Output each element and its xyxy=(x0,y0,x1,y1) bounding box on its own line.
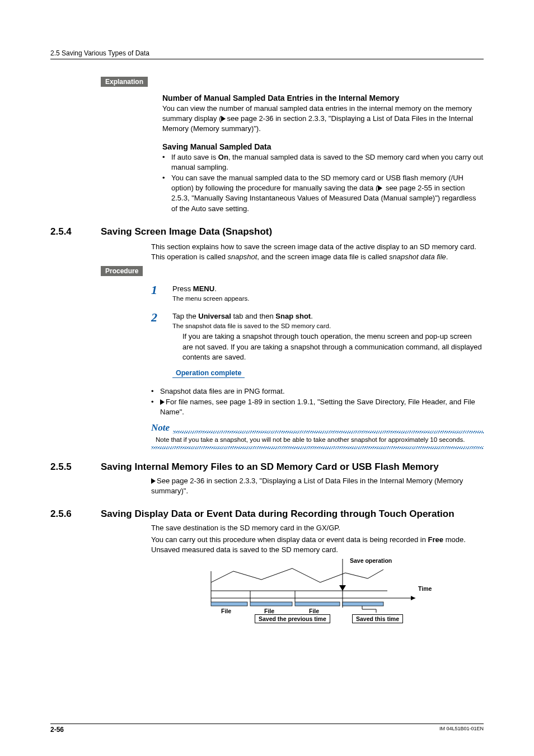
section-title: Saving Internal Memory Files to an SD Me… xyxy=(101,461,484,473)
s256-p1: The save destination is the SD memory ca… xyxy=(151,523,484,533)
note-label: Note xyxy=(151,422,170,433)
section-title: Saving Screen Image Data (Snapshot) xyxy=(101,226,484,237)
triangle-icon xyxy=(378,185,382,191)
diagram-saved-prev: Saved the previous time xyxy=(255,614,330,623)
procedure-label: Procedure xyxy=(101,266,143,276)
section-num: 2.5.6 xyxy=(50,508,90,520)
running-header: 2.5 Saving Various Types of Data xyxy=(50,49,484,59)
section-254: 2.5.4 Saving Screen Image Data (Snapshot… xyxy=(50,226,484,237)
explanation-label: Explanation xyxy=(101,77,148,87)
step-number: 2 xyxy=(151,311,165,362)
s254-bullet-2: • For file names, see page 1-89 in secti… xyxy=(151,397,484,417)
exp-head1: Number of Manual Sampled Data Entries in… xyxy=(162,94,484,102)
exp-head2: Saving Manual Sampled Data xyxy=(162,142,484,151)
s256-p2: You can carry out this procedure when di… xyxy=(151,535,484,555)
diagram-file: File xyxy=(264,608,274,614)
diagram-file: File xyxy=(221,608,231,614)
triangle-icon xyxy=(151,478,156,484)
section-num: 2.5.5 xyxy=(50,461,90,473)
section-num: 2.5.4 xyxy=(50,226,90,237)
page-footer: 2-56 IM 04L51B01-01EN xyxy=(50,724,484,734)
s254-bullet-1: • Snapshot data files are in PNG format. xyxy=(151,386,484,396)
diagram-time: Time xyxy=(418,585,432,592)
triangle-icon xyxy=(221,116,226,122)
s255-text: See page 2-36 in section 2.3.3, "Display… xyxy=(151,476,484,496)
step-1: 1 Press MENU. The menu screen appears. xyxy=(151,284,484,304)
doc-id: IM 04L51B01-01EN xyxy=(439,726,484,734)
section-255: 2.5.5 Saving Internal Memory Files to an… xyxy=(50,461,484,473)
diagram-overlay: Save operation Time File File File Saved… xyxy=(194,557,441,622)
exp-bullet-1: • If auto save is On, the manual sampled… xyxy=(162,152,484,172)
diagram-saved-this: Saved this time xyxy=(352,614,403,623)
diagram-save-op: Save operation xyxy=(350,557,392,564)
exp-para1: You can view the number of manual sample… xyxy=(162,104,484,134)
note-text: Note that if you take a snapshot, you wi… xyxy=(151,433,484,447)
section-title: Saving Display Data or Event Data during… xyxy=(101,508,484,520)
diagram-file: File xyxy=(309,608,319,614)
exp-bullet-2: • You can save the manual sampled data t… xyxy=(162,173,484,214)
page-number: 2-56 xyxy=(50,726,64,734)
operation-complete: Operation complete xyxy=(172,369,245,378)
triangle-icon xyxy=(160,399,165,405)
s254-intro: This section explains how to save the sc… xyxy=(151,242,484,262)
section-256: 2.5.6 Saving Display Data or Event Data … xyxy=(50,508,484,520)
step-number: 1 xyxy=(151,284,165,304)
step-2: 2 Tap the Universal tab and then Snap sh… xyxy=(151,311,484,362)
note-box: Note Note that if you take a snapshot, y… xyxy=(151,422,484,450)
